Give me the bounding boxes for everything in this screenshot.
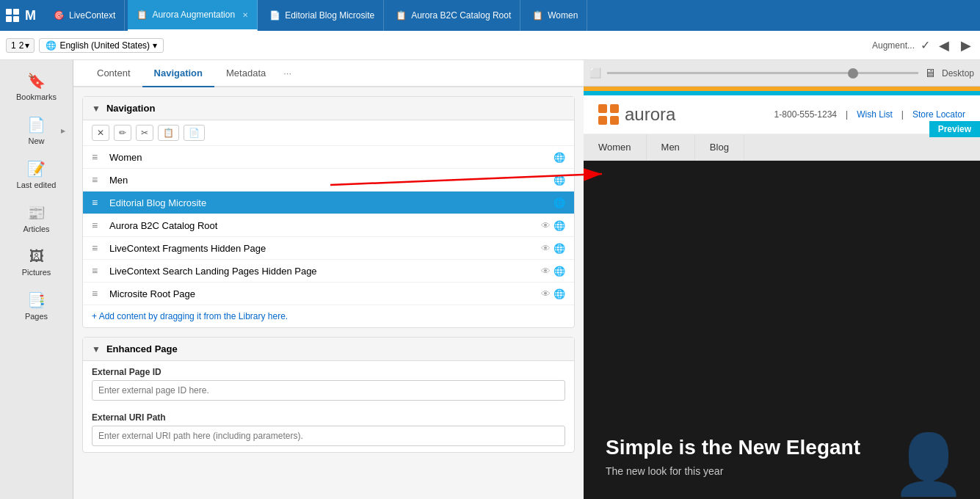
hero-area: 👤 Simple is the New Elegant The new look… xyxy=(584,161,980,499)
nav-item-livecontext-search[interactable]: ≡ LiveContext Search Landing Pages Hidde… xyxy=(83,260,574,283)
tab-content[interactable]: Content xyxy=(85,60,142,87)
aurora-logo: aurora xyxy=(598,104,675,125)
tab-b2c[interactable]: 📋 Aurora B2C Catalog Root xyxy=(387,0,520,31)
nav-search-icon: ≡ xyxy=(92,265,104,277)
nav-fragments-eye-icon: 👁 xyxy=(541,243,551,254)
nav-cut-button[interactable]: ✂ xyxy=(136,125,153,141)
sidebar-item-bookmarks[interactable]: 🔖 Bookmarks xyxy=(4,66,70,107)
enhanced-collapse-button[interactable]: ▼ xyxy=(92,344,101,354)
sidebar-item-pictures[interactable]: 🖼 Pictures xyxy=(4,242,70,283)
editorial-tab-icon: 📄 xyxy=(269,10,280,21)
nav-fragments-icon: ≡ xyxy=(92,242,104,254)
articles-label: Articles xyxy=(23,225,49,233)
nav-item-women[interactable]: ≡ Women 🌐 xyxy=(83,146,574,169)
sidebar-item-pages[interactable]: 📑 Pages xyxy=(4,285,70,327)
content-tab-bar: Content Navigation Metadata ··· xyxy=(73,60,584,87)
nav-men-label: Men xyxy=(109,175,548,186)
aurora-wishlist[interactable]: Wish List xyxy=(857,109,893,120)
nav-copy-button[interactable]: 📋 xyxy=(158,125,179,141)
new-label: New xyxy=(28,136,44,145)
articles-icon: 📰 xyxy=(27,204,46,222)
nav-men-actions: 🌐 xyxy=(553,175,565,186)
content-area: Content Navigation Metadata ··· ▼ Naviga… xyxy=(73,60,584,499)
tab-livecontext[interactable]: 🎯 LiveContext xyxy=(45,0,125,31)
nav-toolbar: ✕ ✏ ✂ 📋 📄 xyxy=(83,120,574,146)
pictures-label: Pictures xyxy=(22,268,51,277)
nav-women-actions: 🌐 xyxy=(553,152,565,163)
nav-paste-button[interactable]: 📄 xyxy=(184,125,205,141)
aurora-dot-3 xyxy=(598,116,607,125)
preview-expand-icon[interactable]: ⬜ xyxy=(589,68,601,79)
new-arrow-icon: ▶ xyxy=(61,128,65,134)
tab-close-aurora[interactable]: ✕ xyxy=(242,11,248,19)
nav-b2c-actions: 👁 🌐 xyxy=(541,220,565,231)
sidebar-item-articles[interactable]: 📰 Articles xyxy=(4,198,70,239)
nav-delete-button[interactable]: ✕ xyxy=(92,125,109,141)
b2c-tab-icon: 📋 xyxy=(396,10,407,21)
version-dropdown-icon: ▾ xyxy=(25,40,29,51)
livecontext-icon: 🎯 xyxy=(54,10,65,21)
tab-women[interactable]: 📋 Women xyxy=(523,0,587,31)
nav-item-microsite-root[interactable]: ≡ Microsite Root Page 👁 🌐 xyxy=(83,283,574,305)
pictures-icon: 🖼 xyxy=(29,248,44,265)
nav-item-men[interactable]: ≡ Men 🌐 xyxy=(83,169,574,192)
more-tabs-button[interactable]: ··· xyxy=(283,68,291,79)
nav-microsite-icon: ≡ xyxy=(92,288,104,299)
nav-search-globe-icon: 🌐 xyxy=(553,266,565,277)
add-content-label: + Add content by dragging it from the Li… xyxy=(92,311,288,321)
nav-item-b2c[interactable]: ≡ Aurora B2C Catalog Root 👁 🌐 xyxy=(83,214,574,237)
aurora-dot-4 xyxy=(610,116,619,125)
aurora-header: aurora 1-800-555-1234 | Wish List | Stor… xyxy=(584,95,980,134)
add-content-row[interactable]: + Add content by dragging it from the Li… xyxy=(83,305,574,327)
nav-edit-button[interactable]: ✏ xyxy=(114,125,131,141)
nav-microsite-label: Microsite Root Page xyxy=(109,288,535,299)
secondary-toolbar: 1 2 ▾ 🌐 English (United States) ▾ Augmen… xyxy=(0,31,980,60)
aurora-separator2: | xyxy=(901,109,904,120)
enhanced-page-panel: ▼ Enhanced Page External Page ID Externa… xyxy=(82,337,575,453)
tab-editorial[interactable]: 📄 Editorial Blog Microsite xyxy=(261,0,384,31)
nav-search-eye-icon: 👁 xyxy=(541,266,551,277)
navigation-panel-title: Navigation xyxy=(106,103,155,114)
version-selector[interactable]: 1 2 ▾ xyxy=(6,38,35,53)
new-icon: 📄 xyxy=(27,116,46,134)
nav-forward-button[interactable]: ▶ xyxy=(958,36,974,55)
aurora-contact: 1-800-555-1234 | Wish List | Store Locat… xyxy=(774,109,965,120)
aurora-storelocator[interactable]: Store Locator xyxy=(912,109,965,120)
aurora-name: aurora xyxy=(625,104,675,125)
external-uri-group: External URI Path xyxy=(83,407,574,452)
aurora-nav-women[interactable]: Women xyxy=(584,134,647,161)
language-selector[interactable]: 🌐 English (United States) ▾ xyxy=(39,38,164,53)
top-tab-bar: M 🎯 LiveContext 📋 Aurora Augmentation ✕ … xyxy=(0,0,980,31)
external-page-id-input[interactable] xyxy=(92,380,565,401)
pages-label: Pages xyxy=(25,312,48,321)
aurora-dot-1 xyxy=(598,104,607,113)
zoom-slider[interactable] xyxy=(607,72,918,74)
version-number2: 2 xyxy=(19,40,24,51)
sidebar-item-last-edited[interactable]: 📝 Last edited xyxy=(4,154,70,195)
nav-editorial-globe-icon: 🌐 xyxy=(553,197,565,208)
checkmark-icon: ✓ xyxy=(921,38,930,52)
preview-badge: Preview xyxy=(929,121,980,137)
aurora-nav-blog[interactable]: Blog xyxy=(695,134,744,161)
nav-women-icon: ≡ xyxy=(92,151,104,163)
tab-metadata[interactable]: Metadata xyxy=(214,60,277,87)
nav-fragments-globe-icon: 🌐 xyxy=(553,243,565,254)
aurora-nav-men[interactable]: Men xyxy=(647,134,695,161)
external-uri-input[interactable] xyxy=(92,426,565,446)
external-page-id-group: External Page ID xyxy=(83,361,574,407)
collapse-button[interactable]: ▼ xyxy=(92,103,101,114)
tab-navigation[interactable]: Navigation xyxy=(142,60,214,87)
nav-microsite-globe-icon: 🌐 xyxy=(553,288,565,299)
nav-item-editorial[interactable]: ≡ Editorial Blog Microsite 🌐 xyxy=(83,192,574,214)
language-label: English (United States) xyxy=(59,40,150,51)
nav-item-livecontext-fragments[interactable]: ≡ LiveContext Fragments Hidden Page 👁 🌐 xyxy=(83,237,574,260)
aurora-tab-icon: 📋 xyxy=(137,10,148,20)
nav-b2c-globe-icon: 🌐 xyxy=(553,220,565,231)
tab-aurora[interactable]: 📋 Aurora Augmentation ✕ xyxy=(128,0,258,31)
preview-toolbar: ⬜ 🖥 Desktop xyxy=(584,60,980,87)
sidebar-item-new[interactable]: 📄 New ▶ xyxy=(4,110,70,151)
enhanced-page-header: ▼ Enhanced Page xyxy=(83,338,574,361)
main-layout: 🔖 Bookmarks 📄 New ▶ 📝 Last edited 📰 Arti… xyxy=(0,60,980,499)
nav-back-button[interactable]: ◀ xyxy=(936,36,952,55)
m-logo: M xyxy=(25,8,36,23)
